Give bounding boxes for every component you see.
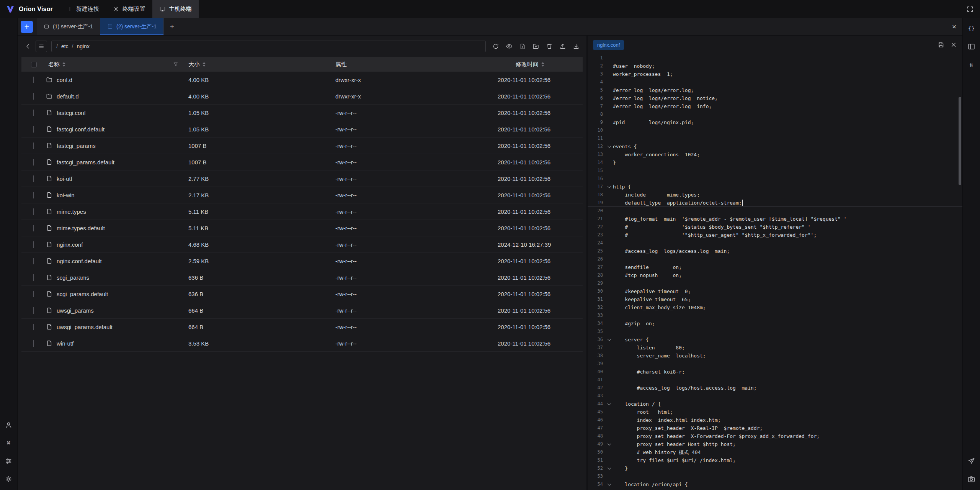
fold-toggle[interactable] <box>605 81 613 84</box>
code-line[interactable]: 42 #access_log logs/host.access.log main… <box>588 384 962 392</box>
code-line[interactable]: 29 <box>588 279 962 287</box>
table-row[interactable]: mime.types 5.11 KB -rw-r--r-- 2020-11-01… <box>21 203 583 220</box>
fold-toggle[interactable] <box>605 387 613 389</box>
fold-toggle[interactable] <box>605 403 613 405</box>
braces-icon[interactable]: {} <box>966 23 977 34</box>
fold-toggle[interactable] <box>605 242 613 244</box>
fold-toggle[interactable] <box>605 314 613 317</box>
fold-toggle[interactable] <box>605 419 613 421</box>
code-line[interactable]: 15 <box>588 167 962 175</box>
save-icon[interactable] <box>938 41 944 48</box>
fold-toggle[interactable] <box>605 65 613 67</box>
fold-toggle[interactable] <box>605 202 613 204</box>
fold-toggle[interactable] <box>605 298 613 301</box>
filter-icon[interactable] <box>173 62 178 67</box>
row-checkbox[interactable] <box>33 274 34 281</box>
fold-toggle[interactable] <box>605 210 613 212</box>
table-row[interactable]: koi-win 2.17 KB -rw-r--r-- 2020-11-01 10… <box>21 187 583 203</box>
fold-toggle[interactable] <box>605 370 613 373</box>
code-line[interactable]: 24 <box>588 239 962 247</box>
tools-icon[interactable] <box>3 455 15 467</box>
code-line[interactable]: 28 #tcp_nopush on; <box>588 271 962 279</box>
table-row[interactable]: nginx.conf 4.68 KB -rw-r--r-- 2024-12-10… <box>21 236 583 253</box>
fold-toggle[interactable] <box>605 97 613 100</box>
code-line[interactable]: 33 <box>588 311 962 320</box>
row-checkbox[interactable] <box>33 110 34 116</box>
editor-scrollbar[interactable] <box>959 97 961 185</box>
code-line[interactable]: 34 #gzip on; <box>588 320 962 328</box>
row-checkbox[interactable] <box>33 93 34 100</box>
fold-toggle[interactable] <box>605 274 613 277</box>
fold-toggle[interactable] <box>605 435 613 438</box>
code-line[interactable]: 10 <box>588 126 962 134</box>
code-line[interactable]: 20 <box>588 207 962 215</box>
code-line[interactable]: 47 proxy_set_header X-Real-IP $remote_ad… <box>588 424 962 432</box>
code-line[interactable]: 7 #error_log logs/error.log info; <box>588 102 962 110</box>
preview-button[interactable] <box>503 41 515 52</box>
sort-size-control[interactable] <box>203 62 206 67</box>
code-line[interactable]: 16 <box>588 175 962 183</box>
code-line[interactable]: 12 events { <box>588 143 962 151</box>
fullscreen-icon[interactable] <box>966 5 974 13</box>
code-line[interactable]: 35 <box>588 328 962 336</box>
code-line[interactable]: 52 } <box>588 464 962 472</box>
table-row[interactable]: uwsgi_params 664 B -rw-r--r-- 2020-11-01… <box>21 302 583 319</box>
fold-toggle[interactable] <box>605 250 613 252</box>
row-checkbox[interactable] <box>33 340 34 347</box>
code-line[interactable]: 26 <box>588 255 962 263</box>
fold-toggle[interactable] <box>605 266 613 269</box>
fold-toggle[interactable] <box>605 129 613 132</box>
menu-new-connection[interactable]: 新建连接 <box>60 0 106 18</box>
row-checkbox[interactable] <box>33 126 34 133</box>
table-row[interactable]: uwsgi_params.default 664 B -rw-r--r-- 20… <box>21 319 583 335</box>
table-row[interactable]: fastcgi.conf.default 1.05 KB -rw-r--r-- … <box>21 121 583 138</box>
table-row[interactable]: default.d 4.00 KB drwxr-xr-x 2020-11-01 … <box>21 88 583 105</box>
new-tab-button[interactable]: + <box>164 18 180 35</box>
code-line[interactable]: 2 #user nobody; <box>588 62 962 70</box>
user-icon[interactable] <box>3 419 15 431</box>
code-line[interactable]: 23 # '"$http_user_agent" "$http_x_forwar… <box>588 231 962 239</box>
breadcrumb-segment[interactable]: nginx <box>77 43 89 49</box>
fold-toggle[interactable] <box>605 234 613 236</box>
code-line[interactable]: 49 proxy_set_header Host $http_host; <box>588 440 962 448</box>
fold-toggle[interactable] <box>605 145 613 148</box>
table-row[interactable]: conf.d 4.00 KB drwxr-xr-x 2020-11-01 10:… <box>21 72 583 88</box>
code-line[interactable]: 43 <box>588 392 962 400</box>
fold-toggle[interactable] <box>605 354 613 357</box>
code-line[interactable]: 37 listen 80; <box>588 344 962 352</box>
fold-toggle[interactable] <box>605 451 613 454</box>
fold-toggle[interactable] <box>605 57 613 59</box>
fold-toggle[interactable] <box>605 395 613 397</box>
sort-name-control[interactable] <box>62 62 65 67</box>
code-line[interactable]: 8 <box>588 110 962 118</box>
back-button[interactable] <box>22 41 34 52</box>
menu-host-terminal[interactable]: 主机终端 <box>152 0 199 18</box>
fold-toggle[interactable] <box>605 346 613 349</box>
code-line[interactable]: 31 keepalive_timeout 65; <box>588 295 962 303</box>
fold-toggle[interactable] <box>605 121 613 124</box>
sort-mtime-control[interactable] <box>541 62 544 67</box>
code-line[interactable]: 13 worker_connections 1024; <box>588 151 962 159</box>
code-line[interactable]: 19 default_type application/octet-stream… <box>588 199 962 207</box>
new-folder-button[interactable] <box>530 41 542 52</box>
code-line[interactable]: 44 location / { <box>588 400 962 408</box>
select-all-checkbox[interactable] <box>31 62 37 67</box>
row-checkbox[interactable] <box>33 77 34 83</box>
fold-toggle[interactable] <box>605 338 613 341</box>
layout-panel-icon[interactable] <box>966 41 977 52</box>
new-connection-button[interactable]: + <box>21 21 33 33</box>
table-row[interactable]: mime.types.default 5.11 KB -rw-r--r-- 20… <box>21 220 583 236</box>
fold-toggle[interactable] <box>605 89 613 92</box>
fold-toggle[interactable] <box>605 161 613 164</box>
fold-toggle[interactable] <box>605 105 613 108</box>
row-checkbox[interactable] <box>33 258 34 264</box>
table-row[interactable]: win-utf 3.53 KB -rw-r--r-- 2020-11-01 10… <box>21 335 583 352</box>
fold-toggle[interactable] <box>605 362 613 365</box>
fold-toggle[interactable] <box>605 330 613 333</box>
row-checkbox[interactable] <box>33 324 34 330</box>
code-line[interactable]: 25 #access_log logs/access.log main; <box>588 247 962 255</box>
fold-toggle[interactable] <box>605 379 613 381</box>
breadcrumb[interactable]: /etc/nginx <box>51 41 486 52</box>
code-line[interactable]: 46 index index.html index.htm; <box>588 416 962 424</box>
table-row[interactable]: fastcgi_params 1007 B -rw-r--r-- 2020-11… <box>21 138 583 154</box>
